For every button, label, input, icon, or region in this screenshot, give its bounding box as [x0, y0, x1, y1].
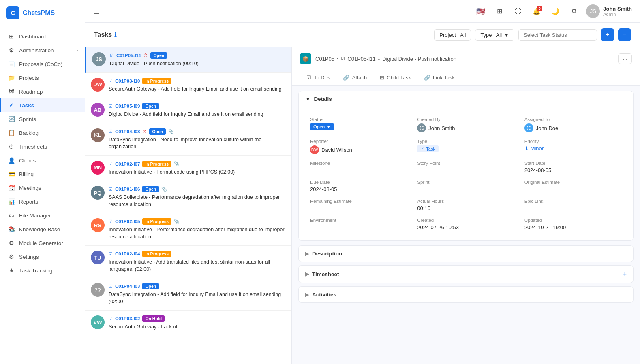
task-avatar: TU [91, 251, 105, 264]
breadcrumb-project[interactable]: C01P05 [315, 56, 334, 62]
tab-attach[interactable]: 🔗Attach [336, 70, 373, 85]
activities-section-header[interactable]: ▶ Activities [299, 287, 633, 302]
tab-link-task[interactable]: 🔗Link Task [417, 70, 461, 85]
sidebar-item-proposals[interactable]: 📄 Proposals (CoCo) [0, 57, 85, 71]
sidebar-item-reports[interactable]: 📊 Reports [0, 195, 85, 209]
task-id-label: C01P02-I04 [115, 251, 140, 256]
settings-nav-icon: ⚙ [8, 253, 15, 260]
details-section-label: Details [314, 96, 332, 102]
task-id-label: C01P03-I10 [115, 79, 140, 83]
sidebar-item-administration[interactable]: ⚙ Administration › [0, 43, 85, 57]
sidebar-item-roadmap[interactable]: 🗺 Roadmap [0, 85, 85, 98]
notifications-icon[interactable]: 🔔 0 [530, 5, 543, 18]
dark-mode-icon[interactable]: 🌙 [549, 5, 562, 18]
sidebar-item-label-meetings: Meetings [19, 185, 41, 191]
tab-todos[interactable]: ☑To Dos [300, 70, 336, 85]
task-type-icon: ☑ [109, 251, 113, 257]
type-filter[interactable]: Type : All ▼ [475, 29, 514, 41]
sidebar-item-meetings[interactable]: 📅 Meetings [0, 181, 85, 195]
add-timesheet-button[interactable]: + [623, 270, 627, 278]
task-list-item[interactable]: JS ☑ C01P05-I11 ⏱ Open Digital Divide - … [85, 47, 291, 73]
type-field: Type ☑ Task [412, 136, 519, 158]
task-badge: Open [149, 128, 166, 135]
detail-project-icon: 📦 [300, 53, 311, 64]
task-list: JS ☑ C01P05-I11 ⏱ Open Digital Divide - … [85, 47, 292, 364]
sidebar-item-label-sprints: Sprints [19, 116, 36, 122]
sidebar-item-label-tasks: Tasks [19, 102, 34, 109]
settings-icon[interactable]: ⚙ [567, 5, 580, 18]
reports-nav-icon: 📊 [8, 198, 15, 205]
start-date-value: 2024-08-05 [524, 167, 552, 173]
breadcrumb: C01P05 › ☑ C01P05-I11 - Digital Divide -… [315, 56, 456, 62]
details-section-header[interactable]: ▼ Details [299, 91, 633, 107]
sidebar-item-tasks[interactable]: ✓ Tasks [0, 98, 85, 112]
sidebar-item-knowledge-base[interactable]: 📚 Knowledge Base [0, 222, 85, 236]
task-list-item[interactable]: TU ☑ C01P02-I04 In Progress Innovation I… [85, 246, 291, 278]
sidebar-item-timesheets[interactable]: ⏱ Timesheets [0, 140, 85, 153]
expand-arrow-icon: › [77, 48, 78, 53]
attach-tab-label: Attach [352, 75, 367, 81]
proposals-nav-icon: 📄 [8, 61, 15, 67]
remaining-estimate-field: Remaining Estimate [305, 196, 412, 215]
detail-menu-button[interactable]: ··· [618, 53, 632, 64]
tab-child-task[interactable]: ⊞Child Task [373, 70, 417, 85]
add-task-button[interactable]: + [601, 28, 614, 41]
list-view-button[interactable]: ≡ [618, 28, 631, 41]
user-menu[interactable]: JS John Smith Admin [586, 4, 632, 18]
task-list-item[interactable]: KL ☑ C01P04-I08 ⏱ Open 📎 DataSync Integr… [85, 123, 291, 156]
sidebar-item-settings[interactable]: ⚙ Settings [0, 250, 85, 264]
task-meta: ☑ C01P03-I02 On Hold [109, 315, 286, 322]
sidebar-item-sprints[interactable]: 🔄 Sprints [0, 112, 85, 126]
apps-icon[interactable]: ⊞ [493, 5, 506, 18]
task-list-item[interactable]: DW ☑ C01P03-I10 In Progress SecureAuth G… [85, 73, 291, 98]
task-meta: ☑ C01P05-I11 ⏱ Open [110, 52, 286, 59]
task-list-item[interactable]: AB ☑ C01P05-I09 Open Digital Divide - Ad… [85, 98, 291, 123]
sidebar-item-label-backlog: Backlog [19, 130, 39, 136]
task-list-item[interactable]: MN ☑ C01P02-I07 In Progress 📎 Innovation… [85, 156, 291, 181]
created-value: 2024-07-26 10:53 [417, 224, 459, 230]
description-section-header[interactable]: ▶ Description [299, 246, 633, 262]
menu-toggle-icon[interactable]: ☰ [93, 7, 100, 16]
sidebar-item-clients[interactable]: 👤 Clients [0, 153, 85, 167]
header-filters: Project : All Type : All ▼ + ≡ [434, 28, 631, 41]
status-filter-input[interactable] [518, 29, 597, 41]
sidebar-item-file-manager[interactable]: 🗂 File Manager [0, 209, 85, 222]
project-filter[interactable]: Project : All [434, 29, 471, 41]
content-header: Tasks ℹ Project : All Type : All ▼ + ≡ [85, 23, 640, 47]
task-content: ☑ C01P02-I07 In Progress 📎 Innovation In… [109, 161, 286, 176]
assigned-to-value: John Doe [536, 125, 559, 131]
task-badge: Open [142, 103, 159, 109]
sidebar-item-label-administration: Administration [19, 47, 54, 53]
task-list-item[interactable]: ?? ☑ C01P04-I03 Open DataSync Integratio… [85, 278, 291, 311]
task-list-item[interactable]: VW ☑ C01P03-I02 On Hold SecureAuth Gatew… [85, 311, 291, 336]
task-id-label: C01P01-I06 [115, 187, 140, 192]
task-title: Innovation Initiative - Add translated f… [109, 259, 286, 273]
assigned-to-avatar: JD [524, 123, 533, 132]
task-title: Innovation Initiative - Performance degr… [109, 226, 286, 241]
app-logo[interactable]: C ChetsPMS [0, 0, 85, 26]
sidebar-item-projects[interactable]: 📁 Projects [0, 71, 85, 85]
original-estimate-field: Original Estimate [520, 177, 627, 196]
task-list-item[interactable]: RS ☑ C01P02-I05 In Progress 📎 Innovation… [85, 213, 291, 246]
status-badge[interactable]: Open ▼ [310, 123, 334, 130]
sprints-nav-icon: 🔄 [8, 116, 15, 122]
sidebar-item-backlog[interactable]: 📋 Backlog [0, 126, 85, 140]
task-id-label: C01P04-I03 [115, 284, 140, 289]
topbar-actions: 🇺🇸 ⊞ ⛶ 🔔 0 🌙 ⚙ JS John Smith Admin [474, 4, 632, 18]
timesheet-section-header[interactable]: ▶ Timesheet + [299, 266, 633, 283]
clock-icon: ⏱ [143, 53, 148, 58]
todos-tab-label: To Dos [314, 75, 330, 81]
sidebar-item-dashboard[interactable]: ⊞ Dashboard [0, 30, 85, 43]
type-badge: ☑ Task [417, 145, 439, 152]
sidebar-item-task-tracking[interactable]: ★ Task Tracking [0, 264, 85, 277]
sidebar-item-label-billing: Billing [19, 171, 34, 177]
sidebar-item-module-generator[interactable]: ⚙ Module Generator [0, 236, 85, 250]
expand-icon[interactable]: ⛶ [512, 5, 524, 18]
flag-icon[interactable]: 🇺🇸 [474, 5, 487, 18]
task-area: JS ☑ C01P05-I11 ⏱ Open Digital Divide - … [85, 47, 640, 364]
sidebar-item-label-proposals: Proposals (CoCo) [19, 61, 62, 67]
task-list-item[interactable]: PQ ☑ C01P01-I06 Open 📎 SAAS Boilerplate … [85, 181, 291, 213]
sidebar-item-billing[interactable]: 💳 Billing [0, 167, 85, 181]
detail-tabs: ☑To Dos🔗Attach⊞Child Task🔗Link Task [292, 70, 640, 86]
reporter-value: David Wilson [321, 147, 352, 153]
